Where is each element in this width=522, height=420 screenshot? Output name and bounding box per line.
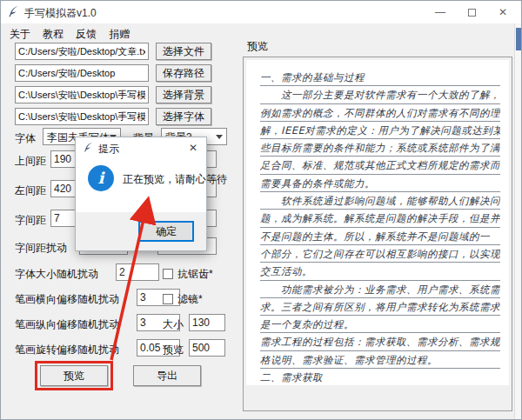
chevron-down-icon <box>216 135 223 139</box>
font-label: 字体 <box>15 131 36 146</box>
handwriting-line: 不是问题的主体。所以，解系统并不是问题域的一 <box>260 228 500 245</box>
select-font-button[interactable]: 选择字体 <box>156 108 211 125</box>
preview-size-label: 预览 <box>163 343 184 357</box>
antialias-checkbox[interactable] <box>163 269 173 279</box>
menu-item-donate[interactable]: 捐赠 <box>105 26 133 43</box>
scrollbar-thumb[interactable] <box>516 28 521 50</box>
maximize-button[interactable] <box>457 1 486 23</box>
vertical-scrollbar[interactable] <box>514 23 521 420</box>
handwriting-line: 些目标所需要的条件和能力；系统或系统部件为了满 <box>260 139 500 157</box>
menu-bar: 关于 教程 反馈 捐赠 <box>1 23 521 41</box>
handwriting-line: 求。三者之间有所区别，将用户需求转化为系统需求 <box>260 298 500 316</box>
top-spacing-label: 上间距 <box>15 154 46 169</box>
handwriting-line: 格说明、需求验证、需求管理的过程。 <box>260 351 500 369</box>
dialog-message: 正在预览，请耐心等待 <box>123 172 227 187</box>
menu-item-tutorial[interactable]: 教程 <box>39 26 67 43</box>
close-button[interactable]: ✕ <box>488 1 518 23</box>
app-window: 手写模拟器v1.0 — ✕ 关于 教程 反馈 捐赠 选择文件 保存路径 选择背景… <box>0 0 522 420</box>
handwriting-line: 二、需求获取 <box>260 369 500 385</box>
handwriting-line: 个部分，它们之间存在可以相互影响的接口，以实现 <box>260 245 500 263</box>
handwriting-line: 需求工程的过程包括：需求获取、需求分析、需求规 <box>260 333 500 350</box>
dialog-title: 提示 <box>98 142 119 157</box>
handwriting-line: 功能需求被分为：业务需求、用户需求、系统需 <box>260 281 500 298</box>
font-size-jitter-label: 字体大小随机扰动 <box>15 267 98 282</box>
quill-app-icon <box>7 5 20 18</box>
char-spacing-label: 字间距 <box>15 213 46 228</box>
menu-item-feedback[interactable]: 反馈 <box>72 26 100 43</box>
dialog-title-bar: 提示 ✕ <box>76 137 206 158</box>
preview-button[interactable]: 预览 <box>40 365 108 386</box>
handwriting-line: 软件系统通过影响问题域，能够帮助人们解决问 <box>260 192 500 210</box>
text-file-path-input[interactable] <box>15 43 149 60</box>
stroke-vertical-jitter-label: 笔画纵向偏移随机扰动 <box>15 317 119 332</box>
preview-paper: 一、需求的基础与过程这一部分主要是对软件需求有一个大致的了解，例如需求的概念，不… <box>246 60 509 385</box>
window-title-bar: 手写模拟器v1.0 — ✕ <box>1 1 521 23</box>
handwriting-line: 解，IEEE对需求的定义：用户为了解决问题或达到某 <box>260 122 500 139</box>
left-spacing-label: 左间距 <box>15 183 46 198</box>
handwriting-line: 例如需求的概念，不同群体的人们对需求有不同的理 <box>260 104 500 122</box>
filter-checkbox-row[interactable]: 滤镜* <box>163 292 203 307</box>
stroke-rotation-jitter-label: 笔画旋转偏移随机扰动 <box>15 343 119 357</box>
filter-checkbox[interactable] <box>163 294 173 304</box>
menu-item-about[interactable]: 关于 <box>6 26 34 43</box>
maximize-icon <box>468 9 476 17</box>
antialias-label: 抗锯齿* <box>177 268 213 280</box>
preview-pane-label: 预览 <box>247 39 268 54</box>
handwriting-line: 足合同、标准、规范或其他正式文档所规定的需求而 <box>260 157 500 174</box>
prompt-dialog: 提示 ✕ i 正在预览，请耐心等待 确定 <box>75 137 207 251</box>
dialog-footer: 确定 <box>76 212 206 250</box>
handwriting-line: 一、需求的基础与过程 <box>260 69 500 86</box>
save-path-button[interactable]: 保存路径 <box>156 64 211 82</box>
quill-dialog-icon <box>83 142 94 153</box>
char-spacing-jitter-label: 字间距扰动 <box>15 241 67 256</box>
select-file-button[interactable]: 选择文件 <box>156 43 211 60</box>
save-path-input[interactable] <box>15 64 149 82</box>
handwriting-line: 交互活动。 <box>260 263 500 280</box>
size-label: 大小 <box>163 317 184 332</box>
handwriting-line: 这一部分主要是对软件需求有一个大致的了解， <box>260 86 500 103</box>
info-icon: i <box>88 165 114 191</box>
dialog-body: i 正在预览，请耐心等待 <box>76 158 206 214</box>
ok-button[interactable]: 确定 <box>138 221 194 242</box>
font-path-input[interactable] <box>15 108 149 125</box>
handwriting-line: 题，成为解系统。解系统是问题的解决手段，但是并 <box>260 210 500 227</box>
select-background-button[interactable]: 选择背景 <box>156 86 211 103</box>
font-size-jitter-input[interactable]: 2 <box>116 263 159 281</box>
antialias-checkbox-row[interactable]: 抗锯齿* <box>163 267 213 282</box>
background-path-input[interactable] <box>15 86 149 103</box>
filter-label: 滤镜* <box>177 293 203 305</box>
preview-size-input[interactable]: 500 <box>189 339 225 357</box>
dialog-close-icon[interactable]: ✕ <box>180 137 206 158</box>
window-title: 手写模拟器v1.0 <box>24 6 97 21</box>
export-button[interactable]: 导出 <box>133 365 201 386</box>
minimize-button[interactable]: — <box>425 1 455 23</box>
size-input[interactable]: 130 <box>189 314 225 331</box>
preview-pane: 一、需求的基础与过程这一部分主要是对软件需求有一个大致的了解，例如需求的概念，不… <box>243 57 512 411</box>
handwriting-line: 是一个复杂的过程。 <box>260 316 500 333</box>
stroke-horizontal-jitter-label: 笔画横向偏移随机扰动 <box>15 292 119 307</box>
handwriting-line: 需要具备的条件或能力。 <box>260 175 500 192</box>
